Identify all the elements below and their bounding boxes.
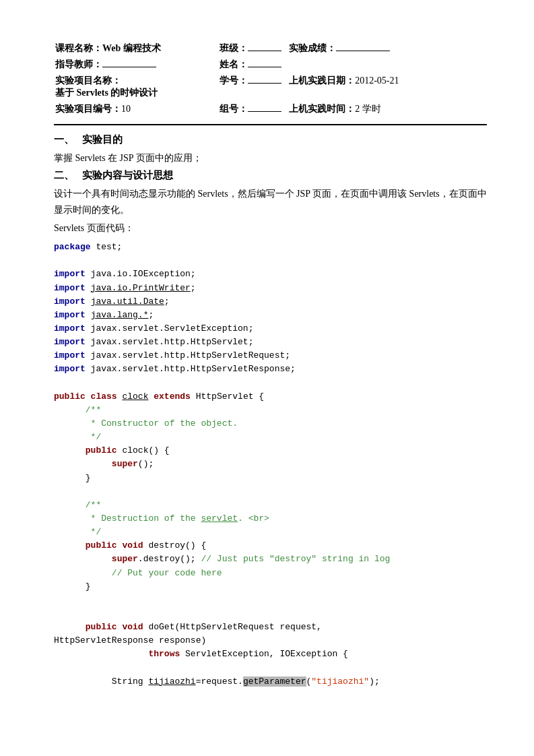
section2-heading: 二、 实验内容与设计思想 <box>54 169 487 182</box>
experiment-label: 实验项目名称： <box>55 75 121 86</box>
exp-num-value: 10 <box>121 104 131 114</box>
group-label: 组号： <box>220 104 248 114</box>
student-id-value <box>248 83 281 84</box>
teacher-value <box>102 67 156 67</box>
section1-title: 实验目的 <box>82 133 123 146</box>
exp-num-label: 实验项目编号： <box>55 104 121 114</box>
score-value <box>336 51 390 51</box>
section-divider <box>54 124 487 125</box>
score-label: 实验成绩： <box>289 43 336 53</box>
section1-heading: 一、 实验目的 <box>54 133 487 146</box>
name-label: 姓名： <box>220 59 248 69</box>
course-value: Web 编程技术 <box>102 43 161 53</box>
section1-content: 掌握 Servlets 在 JSP 页面中的应用； <box>54 150 487 166</box>
time-value: 2 学时 <box>355 104 381 114</box>
code-block: package test; import java.io.IOException… <box>54 241 487 689</box>
group-value <box>248 111 281 112</box>
teacher-label: 指导教师： <box>55 59 102 69</box>
experiment-value: 基于 Servlets 的时钟设计 <box>55 88 158 98</box>
section2-num: 二、 <box>54 169 74 182</box>
course-label: 课程名称： <box>55 43 102 53</box>
section1-num: 一、 <box>54 133 74 146</box>
class-label: 班级： <box>220 43 248 53</box>
section2-content1: 设计一个具有时间动态显示功能的 Servlets，然后编写一个 JSP 页面，在… <box>54 186 487 218</box>
class-value <box>248 51 281 51</box>
date-value: 2012-05-21 <box>355 75 399 86</box>
section2-title: 实验内容与设计思想 <box>82 169 173 182</box>
student-id-label: 学号： <box>220 75 248 86</box>
name-value <box>248 67 281 67</box>
date-label: 上机实践日期： <box>289 75 355 86</box>
time-label: 上机实践时间： <box>289 104 355 114</box>
section2-content2: Servlets 页面代码： <box>54 220 487 237</box>
header-table: 课程名称：Web 编程技术 班级： 实验成绩： 指导教师： 姓名： 实验项目名称… <box>54 40 487 117</box>
